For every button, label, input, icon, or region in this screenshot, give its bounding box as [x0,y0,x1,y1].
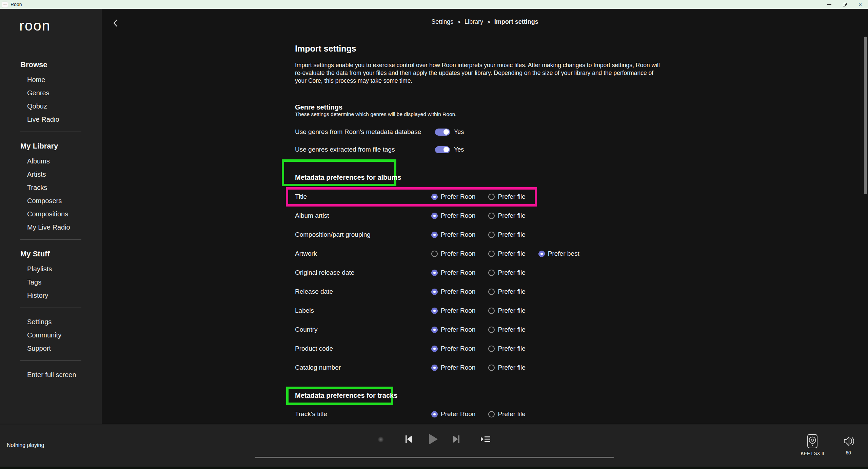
radio-option-prefer-file[interactable]: Prefer file [488,364,525,371]
metadata-pref-row: CountryPrefer RoonPrefer file [295,320,787,339]
radio-selected-icon [431,411,438,417]
radio-option-prefer-roon[interactable]: Prefer Roon [431,410,475,418]
radio-option-prefer-roon[interactable]: Prefer Roon [431,231,475,238]
scrollbar-thumb[interactable] [864,37,867,194]
album-prefs-title: Metadata preferences for albums [295,174,401,181]
genre-settings-subtitle: These settings determine which genres wi… [295,111,456,117]
radio-option-prefer-file[interactable]: Prefer file [488,288,525,295]
radio-option-label: Prefer Roon [441,410,475,418]
close-button[interactable]: × [852,0,868,9]
window-controls: × [821,0,868,9]
sidebar-item-composers[interactable]: Composers [20,194,92,208]
radio-dot [433,234,436,236]
breadcrumb-settings[interactable]: Settings [431,18,453,25]
radio-selected-icon [431,270,438,276]
radio-option-prefer-file[interactable]: Prefer file [488,231,525,238]
radio-option-prefer-roon[interactable]: Prefer Roon [431,326,475,333]
sidebar-item-history[interactable]: History [20,289,92,302]
radio-option-label: Prefer file [498,345,525,352]
radio-option-prefer-roon[interactable]: Prefer Roon [431,269,475,276]
radio-option-prefer-roon[interactable]: Prefer Roon [431,307,475,314]
radio-option-prefer-file[interactable]: Prefer file [488,212,525,219]
sidebar-item-artists[interactable]: Artists [20,168,92,181]
pref-row-label: Country [295,326,431,333]
next-track-button[interactable] [452,435,460,444]
radio-selected-icon [431,194,438,200]
radio-option-label: Prefer file [498,288,525,295]
radio-option-label: Prefer Roon [441,307,475,314]
genre-settings-title: Genre settings [295,103,342,111]
window-titlebar: roon Roon × [0,0,868,9]
sidebar-item-tracks[interactable]: Tracks [20,181,92,194]
record-button[interactable] [377,436,384,443]
radio-option-prefer-roon[interactable]: Prefer Roon [431,288,475,295]
radio-option-prefer-file[interactable]: Prefer file [488,307,525,314]
radio-group: Prefer RoonPrefer file [431,326,526,333]
zone-selector[interactable]: KEF LSX II [795,434,829,456]
radio-option-prefer-file[interactable]: Prefer file [488,269,525,276]
breadcrumb-separator-icon: > [487,19,490,25]
page-description: Import settings enable you to exercise c… [295,61,663,85]
volume-icon [842,434,855,448]
radio-option-prefer-roon[interactable]: Prefer Roon [431,250,475,257]
sidebar-item-playlists[interactable]: Playlists [20,262,92,276]
sidebar-item-community[interactable]: Community [20,329,92,342]
sidebar-item-albums[interactable]: Albums [20,155,92,168]
metadata-pref-row: Track's titlePrefer RoonPrefer file [295,405,787,424]
radio-option-label: Prefer Roon [441,250,475,257]
sidebar-item-enter-full-screen[interactable]: Enter full screen [20,368,92,382]
pref-row-label: Catalog number [295,364,431,371]
player-bar: Nothing playing [0,424,868,467]
radio-dot [433,291,436,293]
radio-option-prefer-file[interactable]: Prefer file [488,326,525,333]
toggle-switch[interactable] [435,146,450,153]
radio-option-prefer-roon[interactable]: Prefer Roon [431,193,475,200]
radio-unselected-icon [431,251,438,257]
pref-row-label: Album artist [295,212,431,219]
metadata-pref-row: Album artistPrefer RoonPrefer file [295,206,787,225]
radio-selected-icon [538,251,545,257]
breadcrumb-library[interactable]: Library [465,18,483,25]
radio-option-prefer-roon[interactable]: Prefer Roon [431,364,475,371]
play-button[interactable] [428,433,438,445]
breadcrumb-separator-icon: > [457,19,460,25]
radio-dot [433,196,436,198]
radio-option-prefer-file[interactable]: Prefer file [488,193,525,200]
sidebar-item-compositions[interactable]: Compositions [20,208,92,221]
previous-track-button[interactable] [405,435,413,444]
radio-option-prefer-file[interactable]: Prefer file [488,345,525,352]
sidebar-item-tags[interactable]: Tags [20,276,92,289]
radio-option-label: Prefer Roon [441,326,475,333]
sidebar-item-support[interactable]: Support [20,342,92,355]
minimize-button[interactable] [821,0,837,9]
sidebar-item-live-radio[interactable]: Live Radio [20,113,92,126]
sidebar-item-genres[interactable]: Genres [20,86,92,100]
metadata-pref-row: ArtworkPrefer RoonPrefer filePrefer best [295,244,787,263]
radio-selected-icon [431,213,438,219]
radio-unselected-icon [488,365,495,371]
restore-button[interactable] [837,0,852,9]
sidebar-item-settings[interactable]: Settings [20,315,92,329]
radio-option-prefer-file[interactable]: Prefer file [488,250,525,257]
metadata-pref-row: LabelsPrefer RoonPrefer file [295,301,787,320]
radio-dot [433,367,436,369]
radio-option-prefer-roon[interactable]: Prefer Roon [431,345,475,352]
radio-option-prefer-roon[interactable]: Prefer Roon [431,212,475,219]
pref-row-label: Title [295,193,431,200]
radio-selected-icon [431,327,438,333]
seek-bar[interactable] [255,457,614,458]
track-prefs-title: Metadata preferences for tracks [295,392,397,399]
sidebar-section-header: My Library [20,139,92,153]
sidebar-item-my-live-radio[interactable]: My Live Radio [20,221,92,234]
sidebar-item-qobuz[interactable]: Qobuz [20,100,92,113]
radio-dot [540,253,543,255]
radio-option-label: Prefer file [498,231,525,238]
sidebar-item-home[interactable]: Home [20,73,92,86]
pref-row-label: Labels [295,307,431,314]
annotation-green-box-albums [282,159,396,186]
volume-control[interactable]: 60 [835,434,862,455]
radio-option-prefer-best[interactable]: Prefer best [538,250,579,257]
queue-button[interactable] [480,435,491,443]
toggle-switch[interactable] [435,129,450,136]
radio-option-prefer-file[interactable]: Prefer file [488,410,525,418]
